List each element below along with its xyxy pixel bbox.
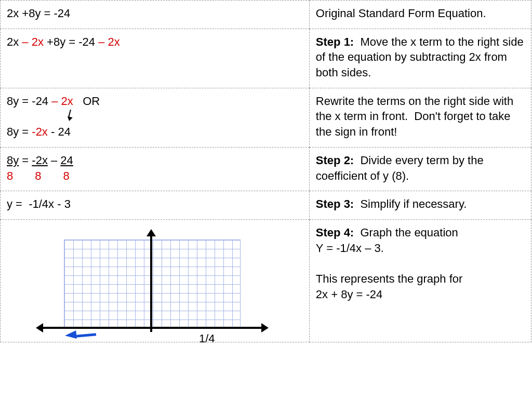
explanation-cell: Rewrite the terms on the right side with… xyxy=(309,88,531,147)
equation-cell: 1/4 xyxy=(1,219,310,342)
equation-cell: y = -1/4x - 3 xyxy=(1,191,310,220)
graph-grid xyxy=(64,240,241,328)
table-row: 1/4Step 4: Graph the equationY = -1/4x –… xyxy=(1,219,531,342)
line-segment xyxy=(75,333,96,337)
explanation-cell: Step 1: Move the x term to the right sid… xyxy=(309,29,531,88)
equation-cell: 8y = -2x – 24888 xyxy=(1,147,310,191)
table-row: 2x +8y = -24Original Standard Form Equat… xyxy=(1,1,531,29)
table-row: 8y = -2x – 24888Step 2: Divide every ter… xyxy=(1,147,531,191)
steps-table: 2x +8y = -24Original Standard Form Equat… xyxy=(0,0,531,342)
graph-area: 1/4 xyxy=(7,228,277,335)
line-arrowhead xyxy=(64,330,76,340)
equation-cell: 2x +8y = -24 xyxy=(1,1,310,29)
steps-tbody: 2x +8y = -24Original Standard Form Equat… xyxy=(1,1,531,342)
table-row: 2x – 2x +8y = -24 – 2xStep 1: Move the x… xyxy=(1,29,531,88)
x-axis xyxy=(38,327,267,329)
explanation-cell: Step 3: Simplify if necessary. xyxy=(309,191,531,220)
y-axis xyxy=(150,231,152,332)
table-row: y = -1/4x - 3Step 3: Simplify if necessa… xyxy=(1,191,531,220)
explanation-cell: Original Standard Form Equation. xyxy=(309,1,531,29)
graph-bottom-text: 1/4 xyxy=(199,331,215,347)
table-row: 8y = -24 – 2x OR8y = -2x - 24Rewrite the… xyxy=(1,88,531,147)
equation-cell: 8y = -24 – 2x OR8y = -2x - 24 xyxy=(1,88,310,147)
explanation-cell: Step 4: Graph the equationY = -1/4x – 3.… xyxy=(309,219,531,342)
equation-cell: 2x – 2x +8y = -24 – 2x xyxy=(1,29,310,88)
explanation-cell: Step 2: Divide every term by the coeffic… xyxy=(309,147,531,191)
